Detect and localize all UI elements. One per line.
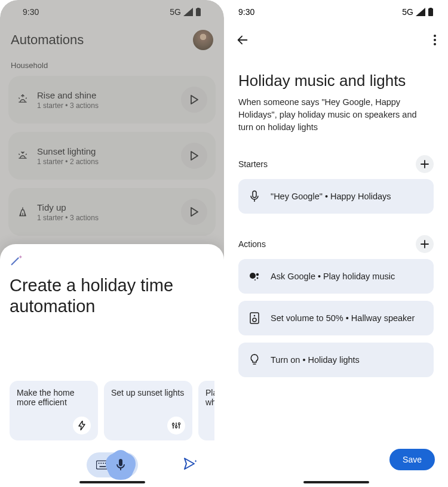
arrow-left-icon xyxy=(236,33,249,47)
svg-rect-7 xyxy=(100,463,102,464)
svg-rect-18 xyxy=(253,191,256,198)
status-indicators: 5G xyxy=(402,7,434,17)
suggestion-chip[interactable]: Set up sunset lights xyxy=(104,381,192,440)
svg-point-3 xyxy=(175,426,177,427)
svg-point-15 xyxy=(434,35,436,37)
sliders-icon xyxy=(167,417,185,434)
suggestion-chip[interactable]: Play s when xyxy=(198,381,214,440)
sheet-title: Create a holiday time automation xyxy=(10,275,214,317)
svg-point-21 xyxy=(256,273,259,276)
action-item[interactable]: Ask Google • Play holiday music xyxy=(238,259,434,294)
create-sheet: Create a holiday time automation Make th… xyxy=(0,244,224,487)
more-vert-icon xyxy=(434,35,436,45)
automation-title: Holiday music and lights xyxy=(238,55,434,96)
suggestion-label: Make the home more efficient xyxy=(17,388,91,407)
svg-rect-14 xyxy=(429,8,432,8)
item-text: Ask Google • Play holiday music xyxy=(271,272,395,281)
home-indicator[interactable] xyxy=(79,481,145,483)
action-item[interactable]: Turn on • Holiday lights xyxy=(238,343,434,377)
add-action-button[interactable] xyxy=(416,235,434,253)
suggestion-label: Set up sunset lights xyxy=(111,388,185,397)
item-text: Set volume to 50% • Hallway speaker xyxy=(271,313,415,323)
speaker-icon xyxy=(248,312,261,325)
item-text: "Hey Google" • Happy Holidays xyxy=(271,192,391,201)
svg-point-25 xyxy=(254,315,256,317)
svg-point-4 xyxy=(178,423,180,424)
suggestion-label: Play s when xyxy=(205,388,214,407)
mic-button[interactable] xyxy=(104,448,137,482)
svg-point-16 xyxy=(434,39,436,41)
svg-point-23 xyxy=(254,279,256,281)
svg-point-2 xyxy=(172,423,174,425)
svg-rect-6 xyxy=(98,463,99,464)
send-icon xyxy=(183,457,198,470)
status-time: 9:30 xyxy=(238,7,254,17)
starters-label: Starters xyxy=(238,159,268,169)
assistant-icon xyxy=(248,270,261,283)
home-indicator[interactable] xyxy=(303,481,369,483)
item-text: Turn on • Holiday lights xyxy=(271,355,360,365)
add-starter-button[interactable] xyxy=(416,155,434,173)
back-button[interactable] xyxy=(236,33,249,49)
save-button[interactable]: Save xyxy=(389,449,435,470)
wand-icon xyxy=(10,254,23,267)
bulb-icon xyxy=(248,353,261,366)
svg-point-22 xyxy=(257,278,259,279)
mic-icon xyxy=(248,190,261,203)
actions-label: Actions xyxy=(238,239,266,249)
mic-icon xyxy=(115,458,126,471)
send-button[interactable] xyxy=(183,457,198,473)
plus-icon xyxy=(421,240,429,248)
svg-rect-13 xyxy=(428,8,433,16)
svg-point-26 xyxy=(253,318,256,322)
plus-icon xyxy=(421,160,429,168)
svg-point-17 xyxy=(434,43,436,45)
more-button[interactable] xyxy=(434,35,436,48)
automation-description: When someone says "Hey Google, Happy Hol… xyxy=(238,96,434,152)
bolt-icon xyxy=(73,417,91,434)
svg-rect-11 xyxy=(119,459,122,466)
starter-item[interactable]: "Hey Google" • Happy Holidays xyxy=(238,179,434,214)
svg-point-20 xyxy=(250,273,256,279)
suggestion-chip[interactable]: Make the home more efficient xyxy=(10,381,98,440)
action-item[interactable]: Set volume to 50% • Hallway speaker xyxy=(238,301,434,335)
